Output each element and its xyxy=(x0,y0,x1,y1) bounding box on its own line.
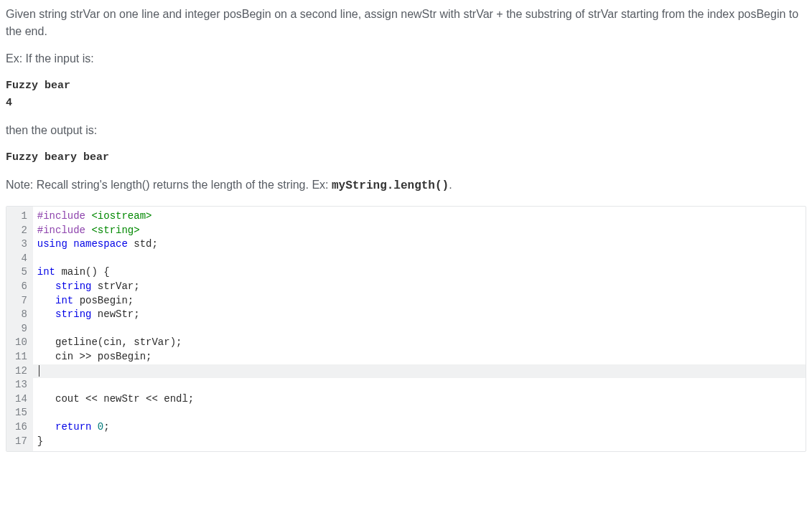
code-token: getline(cin, strVar); xyxy=(37,336,182,348)
code-line[interactable]: return 0; xyxy=(33,420,806,435)
code-line[interactable]: cin >> posBegin; xyxy=(33,350,806,364)
line-number: 15 xyxy=(15,406,27,420)
code-token xyxy=(37,421,55,433)
line-number-gutter: 1234567891011121314151617 xyxy=(6,207,33,451)
code-token: namespace xyxy=(73,238,128,250)
code-token xyxy=(37,308,55,320)
code-line[interactable]: string newStr; xyxy=(33,308,806,322)
code-token: std xyxy=(134,238,151,250)
code-token: #include xyxy=(37,225,92,236)
code-line[interactable]: getline(cin, strVar); xyxy=(33,336,806,350)
problem-statement: Given string strVar on one line and inte… xyxy=(6,6,806,40)
line-number: 16 xyxy=(15,420,27,435)
code-token: string xyxy=(55,308,91,320)
code-token: } xyxy=(37,435,43,447)
example-output-block: Fuzzy beary bear xyxy=(6,149,806,166)
code-line[interactable] xyxy=(33,378,806,392)
note-suffix: . xyxy=(449,179,452,191)
code-line[interactable]: cout << newStr << endl; xyxy=(33,392,806,407)
code-line[interactable]: } xyxy=(33,435,806,449)
code-content[interactable]: #include <iostream>#include <string>usin… xyxy=(33,207,806,451)
note-code: myString.length() xyxy=(332,179,449,192)
code-token xyxy=(91,421,97,433)
line-number: 12 xyxy=(15,364,27,379)
line-number: 3 xyxy=(15,237,27,252)
code-token: int xyxy=(55,295,73,306)
line-number: 13 xyxy=(15,378,27,392)
code-token: #include xyxy=(37,210,92,222)
code-token: cout << newStr << endl; xyxy=(37,393,194,405)
code-token: <string> xyxy=(91,225,139,236)
code-token: string xyxy=(55,280,91,292)
code-token: ; xyxy=(151,238,157,250)
note-prefix: Note: Recall string's length() returns t… xyxy=(6,179,332,191)
code-token xyxy=(67,238,73,250)
code-token: strVar; xyxy=(91,280,139,292)
code-token: main xyxy=(61,266,85,278)
line-number: 10 xyxy=(15,336,27,350)
output-intro: then the output is: xyxy=(6,122,806,139)
example-output: Fuzzy beary bear xyxy=(6,149,806,166)
line-number: 1 xyxy=(15,209,27,224)
code-token xyxy=(37,295,55,306)
example-input-block: Fuzzy bear 4 xyxy=(6,77,806,112)
code-editor[interactable]: 1234567891011121314151617 #include <iost… xyxy=(6,206,806,452)
line-number: 2 xyxy=(15,224,27,238)
code-token: () { xyxy=(85,266,110,278)
code-line[interactable]: #include <string> xyxy=(33,224,806,238)
note: Note: Recall string's length() returns t… xyxy=(6,176,806,194)
text-cursor xyxy=(39,365,39,377)
example-input-line2: 4 xyxy=(6,95,806,112)
code-token: ; xyxy=(103,421,109,433)
line-number: 7 xyxy=(15,294,27,308)
code-token: return xyxy=(55,421,91,433)
code-token: 0 xyxy=(98,421,103,433)
line-number: 11 xyxy=(15,350,27,364)
code-token xyxy=(128,238,134,250)
code-token: cin >> posBegin; xyxy=(37,351,152,362)
line-number: 14 xyxy=(15,392,27,407)
code-line[interactable] xyxy=(33,406,806,420)
code-token: newStr; xyxy=(91,308,139,320)
code-line[interactable]: string strVar; xyxy=(33,280,806,294)
code-line[interactable] xyxy=(33,252,806,266)
code-line[interactable] xyxy=(33,364,806,379)
code-line[interactable]: using namespace std; xyxy=(33,237,806,252)
problem-description: Given string strVar on one line and inte… xyxy=(6,6,806,194)
code-line[interactable] xyxy=(33,322,806,336)
code-token: <iostream> xyxy=(91,210,151,222)
example-intro: Ex: If the input is: xyxy=(6,50,806,67)
code-token: int xyxy=(37,266,55,278)
line-number: 5 xyxy=(15,265,27,280)
line-number: 4 xyxy=(15,252,27,266)
example-input-line1: Fuzzy bear xyxy=(6,77,806,95)
code-token: posBegin; xyxy=(73,295,134,306)
code-token xyxy=(37,280,55,292)
line-number: 17 xyxy=(15,435,27,449)
code-line[interactable]: int posBegin; xyxy=(33,294,806,308)
line-number: 6 xyxy=(15,280,27,294)
code-line[interactable]: #include <iostream> xyxy=(33,209,806,224)
line-number: 9 xyxy=(15,322,27,336)
line-number: 8 xyxy=(15,308,27,322)
code-token: using xyxy=(37,238,67,250)
code-line[interactable]: int main() { xyxy=(33,265,806,280)
